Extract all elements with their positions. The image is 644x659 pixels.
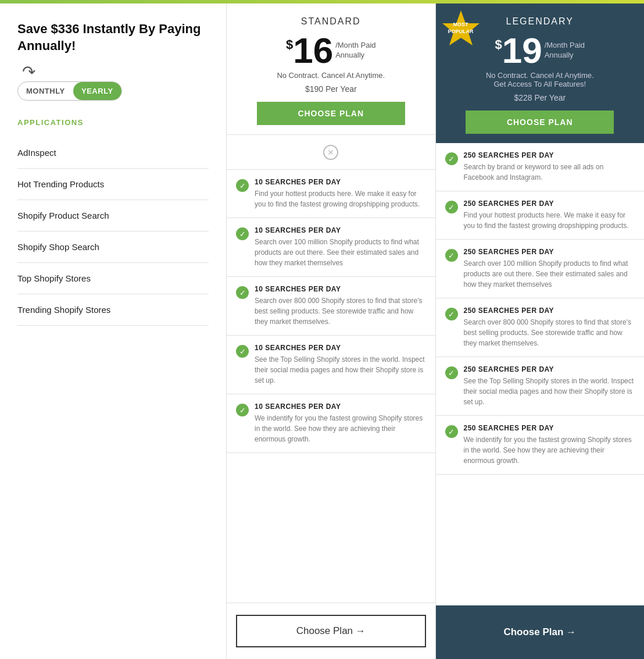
legendary-feature-5-title: 250 SEARCHES PER DAY bbox=[464, 424, 635, 432]
legendary-feature-5: ✓ 250 SEARCHES PER DAY We indentify for … bbox=[436, 416, 645, 475]
standard-feature-2-desc: Search over 100 million Shopify products… bbox=[255, 237, 426, 268]
legendary-price-dollar: $ bbox=[495, 37, 502, 52]
standard-feature-3: ✓ 10 SEARCHES PER DAY Search over 800 00… bbox=[227, 277, 435, 336]
legend-check-icon-1: ✓ bbox=[445, 201, 458, 213]
standard-price-row: $ 16 /Month PaidAnnually bbox=[238, 33, 424, 69]
legendary-feature-5-desc: We indentify for you the fastest growing… bbox=[464, 434, 635, 466]
most-popular-badge: MOSTPOPULAR bbox=[441, 8, 481, 49]
legendary-feature-4-title: 250 SEARCHES PER DAY bbox=[464, 365, 635, 373]
sidebar-item-shopify-product: Shopify Product Search bbox=[17, 200, 209, 231]
standard-feature-4-desc: See the Top Selling Shopify stores in th… bbox=[255, 354, 426, 386]
legendary-feature-0-desc: Search by brand or keyword to see all ad… bbox=[464, 162, 635, 183]
legendary-feature-3-desc: Search over 800 000 Shopify stores to fi… bbox=[464, 317, 635, 348]
sidebar: Save $336 Instantly By Paying Annually! … bbox=[0, 3, 227, 659]
save-text: Save $336 Instantly By Paying Annually! bbox=[17, 21, 209, 54]
standard-footer-choose-plan[interactable]: Choose Plan → bbox=[236, 615, 426, 647]
legendary-footer-choose-plan[interactable]: Choose Plan → bbox=[445, 617, 635, 647]
standard-feature-5-desc: We indentify for you the fastest growing… bbox=[255, 413, 426, 444]
legendary-feature-1-title: 250 SEARCHES PER DAY bbox=[464, 200, 635, 208]
sidebar-item-adinspect: AdInspect bbox=[17, 137, 209, 169]
legendary-feature-4: ✓ 250 SEARCHES PER DAY See the Top Selli… bbox=[436, 357, 645, 416]
standard-feature-2: ✓ 10 SEARCHES PER DAY Search over 100 mi… bbox=[227, 218, 435, 277]
check-icon-2: ✓ bbox=[236, 227, 249, 240]
standard-footer: Choose Plan → bbox=[227, 603, 435, 659]
legendary-price-period: /Month PaidAnnually bbox=[545, 41, 585, 60]
legendary-no-contract: No Contract. Cancel At Anytime.Get Acces… bbox=[448, 71, 633, 88]
legendary-plan-header: MOSTPOPULAR LEGENDARY $ 19 /Month PaidAn… bbox=[436, 3, 645, 143]
legendary-feature-1-desc: Find your hottest products here. We make… bbox=[464, 210, 635, 231]
legendary-feature-0-title: 250 SEARCHES PER DAY bbox=[464, 151, 635, 159]
standard-plan-name: STANDARD bbox=[238, 16, 424, 27]
check-icon-1: ✓ bbox=[236, 179, 249, 192]
standard-no-contract: No Contract. Cancel At Anytime. bbox=[238, 71, 424, 80]
x-icon: ✕ bbox=[323, 145, 338, 160]
standard-choose-plan-btn[interactable]: CHOOSE PLAN bbox=[257, 102, 405, 125]
legendary-footer: Choose Plan → bbox=[436, 605, 645, 659]
legendary-feature-4-desc: See the Top Selling Shopify stores in th… bbox=[464, 376, 635, 407]
legendary-feature-2-title: 250 SEARCHES PER DAY bbox=[464, 248, 635, 256]
standard-feature-3-desc: Search over 800 000 Shopify stores to fi… bbox=[255, 295, 426, 327]
yearly-toggle[interactable]: YEARLY bbox=[73, 82, 121, 100]
sidebar-item-top-shopify: Top Shopify Stores bbox=[17, 263, 209, 294]
check-icon-4: ✓ bbox=[236, 345, 249, 358]
standard-feature-3-title: 10 SEARCHES PER DAY bbox=[255, 285, 426, 293]
check-icon-5: ✓ bbox=[236, 404, 249, 416]
legendary-feature-1: ✓ 250 SEARCHES PER DAY Find your hottest… bbox=[436, 191, 645, 240]
check-icon-3: ✓ bbox=[236, 286, 249, 299]
legendary-price-amount: 19 bbox=[502, 33, 542, 69]
standard-plan-header: STANDARD $ 16 /Month PaidAnnually No Con… bbox=[227, 3, 435, 135]
standard-feature-1-title: 10 SEARCHES PER DAY bbox=[255, 178, 426, 186]
legendary-features: ✓ 250 SEARCHES PER DAY Search by brand o… bbox=[436, 143, 645, 605]
legendary-feature-2: ✓ 250 SEARCHES PER DAY Search over 100 m… bbox=[436, 240, 645, 298]
legendary-per-year: $228 Per Year bbox=[448, 93, 633, 102]
svg-marker-0 bbox=[442, 10, 480, 45]
monthly-toggle[interactable]: MONTHLY bbox=[18, 82, 73, 100]
standard-feature-5: ✓ 10 SEARCHES PER DAY We indentify for y… bbox=[227, 394, 435, 453]
standard-feature-5-title: 10 SEARCHES PER DAY bbox=[255, 402, 426, 411]
standard-price-dollar: $ bbox=[286, 37, 293, 52]
sidebar-item-hot-trending: Hot Trending Products bbox=[17, 169, 209, 200]
sidebar-item-trending-shopify: Trending Shopify Stores bbox=[17, 294, 209, 326]
standard-features: ✕ ✓ 10 SEARCHES PER DAY Find your hottes… bbox=[227, 135, 435, 603]
legend-check-icon-3: ✓ bbox=[445, 308, 458, 320]
standard-feature-disabled: ✕ bbox=[227, 135, 435, 170]
standard-price-amount: 16 bbox=[293, 33, 333, 69]
legendary-feature-3: ✓ 250 SEARCHES PER DAY Search over 800 0… bbox=[436, 298, 645, 357]
legendary-feature-3-title: 250 SEARCHES PER DAY bbox=[464, 307, 635, 315]
applications-label: APPLICATIONS bbox=[17, 118, 209, 127]
legendary-choose-plan-btn[interactable]: CHOOSE PLAN bbox=[466, 111, 614, 134]
standard-price-period: /Month PaidAnnually bbox=[335, 41, 375, 60]
legend-check-icon-0: ✓ bbox=[445, 152, 458, 165]
standard-feature-4: ✓ 10 SEARCHES PER DAY See the Top Sellin… bbox=[227, 336, 435, 394]
legendary-feature-0: ✓ 250 SEARCHES PER DAY Search by brand o… bbox=[436, 143, 645, 191]
standard-feature-4-title: 10 SEARCHES PER DAY bbox=[255, 344, 426, 352]
legend-check-icon-4: ✓ bbox=[445, 366, 458, 379]
arrow-icon: ↷ bbox=[22, 62, 35, 81]
standard-plan-column: STANDARD $ 16 /Month PaidAnnually No Con… bbox=[227, 3, 436, 659]
standard-feature-2-title: 10 SEARCHES PER DAY bbox=[255, 226, 426, 234]
legend-check-icon-2: ✓ bbox=[445, 249, 458, 262]
main-container: Save $336 Instantly By Paying Annually! … bbox=[0, 3, 644, 659]
legendary-feature-2-desc: Search over 100 million Shopify products… bbox=[464, 258, 635, 290]
standard-feature-1-desc: Find your hottest products here. We make… bbox=[255, 188, 426, 209]
standard-feature-1: ✓ 10 SEARCHES PER DAY Find your hottest … bbox=[227, 170, 435, 218]
legendary-plan-column: MOSTPOPULAR LEGENDARY $ 19 /Month PaidAn… bbox=[436, 3, 645, 659]
legend-check-icon-5: ✓ bbox=[445, 425, 458, 438]
billing-toggle: MONTHLY YEARLY bbox=[17, 81, 122, 101]
standard-per-year: $190 Per Year bbox=[238, 84, 424, 94]
sidebar-item-shopify-shop: Shopify Shop Search bbox=[17, 231, 209, 263]
